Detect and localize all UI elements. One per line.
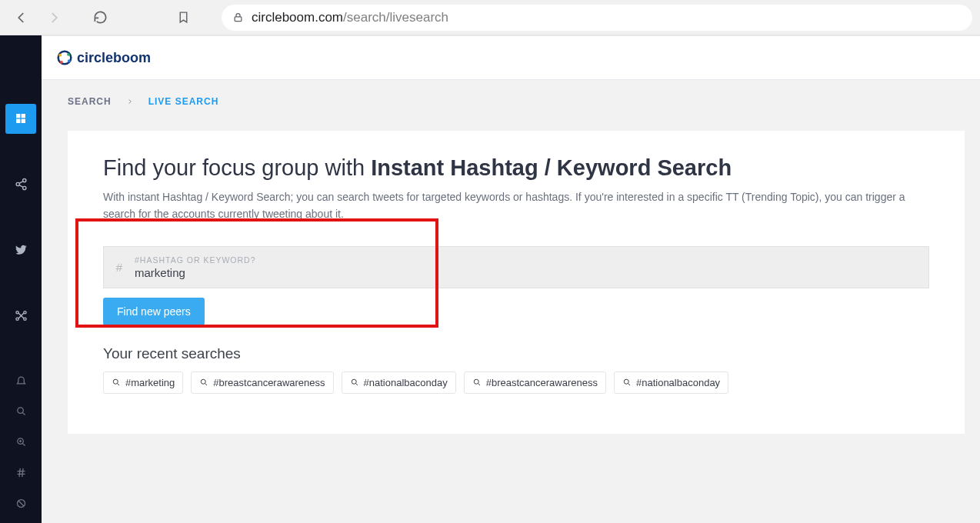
svg-rect-0 [235, 17, 242, 22]
breadcrumb-root[interactable]: Search [68, 96, 112, 107]
sidebar-item-search-plus[interactable] [7, 428, 35, 455]
search-icon [112, 378, 121, 387]
recent-search-tag[interactable]: #breastcancerawareness [464, 371, 606, 394]
svg-line-27 [18, 501, 24, 506]
svg-rect-2 [22, 114, 25, 118]
svg-point-32 [68, 59, 71, 62]
svg-point-30 [67, 53, 70, 56]
svg-point-7 [22, 186, 25, 189]
app-header: circleboom [42, 35, 980, 80]
recent-search-label: #marketing [125, 377, 175, 388]
forward-button[interactable] [40, 4, 68, 32]
hash-prefix-icon: # [104, 247, 135, 288]
svg-line-40 [478, 384, 480, 386]
find-peers-button[interactable]: Find new peers [103, 298, 205, 325]
svg-line-19 [22, 443, 25, 445]
bookmark-icon[interactable] [169, 4, 197, 32]
svg-point-33 [113, 380, 118, 385]
svg-line-8 [19, 182, 23, 184]
sidebar-item-twitter[interactable] [5, 235, 36, 265]
recent-search-tag[interactable]: #marketing [103, 371, 183, 394]
sidebar-item-hashtag[interactable] [7, 458, 35, 486]
page-title-bold: Instant Hashtag / Keyword Search [371, 155, 732, 180]
svg-point-5 [22, 179, 25, 182]
logo-mark-icon [57, 50, 72, 65]
svg-line-9 [19, 185, 23, 188]
recent-search-label: #nationalbaconday [636, 377, 720, 388]
recent-searches-heading: Your recent searches [103, 345, 929, 362]
recent-search-label: #breastcancerawareness [486, 377, 598, 388]
sidebar-nav [0, 35, 42, 523]
recent-search-tag[interactable]: #nationalbaconday [342, 371, 456, 394]
svg-line-24 [19, 468, 20, 476]
search-input[interactable] [135, 266, 921, 279]
search-icon [199, 378, 208, 387]
svg-rect-4 [22, 119, 25, 123]
chevron-right-icon [127, 98, 133, 105]
recent-search-label: #nationalbaconday [364, 377, 448, 388]
recent-searches-list: #marketing #breastcancerawareness #natio… [103, 371, 929, 394]
svg-rect-3 [16, 119, 20, 123]
sidebar-item-dashboard[interactable] [5, 104, 36, 134]
sidebar-item-search[interactable] [7, 397, 35, 425]
svg-line-42 [628, 384, 630, 386]
svg-line-34 [118, 384, 120, 386]
reload-button[interactable] [86, 4, 114, 32]
breadcrumb-current: Live Search [148, 96, 219, 107]
url-text: circleboom.com/search/livesearch [252, 10, 448, 25]
svg-line-36 [205, 384, 208, 386]
url-domain: circleboom.com [252, 10, 343, 25]
search-field-label: #Hashtag or Keyword? [135, 255, 921, 265]
page-title: Find your focus group with Instant Hasht… [103, 155, 929, 181]
breadcrumb: Search Live Search [42, 80, 980, 123]
svg-point-41 [624, 380, 628, 385]
search-icon [350, 378, 359, 387]
sidebar-item-share[interactable] [5, 169, 36, 199]
svg-line-17 [22, 412, 25, 415]
sidebar-item-connections[interactable] [5, 301, 36, 331]
svg-point-31 [60, 61, 63, 64]
browser-toolbar: circleboom.com/search/livesearch [0, 0, 980, 35]
search-icon [472, 378, 482, 387]
recent-search-tag[interactable]: #breastcancerawareness [191, 371, 333, 394]
svg-point-29 [58, 54, 62, 57]
back-button[interactable] [8, 4, 35, 32]
search-field[interactable]: # #Hashtag or Keyword? [103, 246, 929, 288]
url-path: /search/livesearch [343, 10, 448, 25]
logo-text: circleboom [77, 50, 151, 66]
recent-search-label: #breastcancerawareness [213, 377, 325, 388]
sidebar-item-notifications[interactable] [7, 366, 35, 394]
logo[interactable]: circleboom [57, 50, 151, 66]
svg-point-37 [352, 380, 356, 385]
svg-point-16 [17, 407, 23, 413]
page-title-light: Find your focus group with [103, 155, 371, 180]
main-card: Find your focus group with Instant Hasht… [68, 131, 965, 434]
svg-point-35 [202, 380, 206, 385]
svg-line-25 [22, 468, 22, 476]
address-bar[interactable]: circleboom.com/search/livesearch [222, 5, 972, 31]
svg-line-38 [355, 384, 358, 386]
svg-point-6 [16, 182, 19, 185]
sidebar-item-blocked[interactable] [7, 489, 35, 517]
page-description: With instant Hashtag / Keyword Search; y… [103, 188, 929, 223]
search-icon [622, 378, 632, 387]
lock-icon [232, 12, 244, 23]
recent-search-tag[interactable]: #nationalbaconday [614, 371, 728, 394]
svg-point-39 [474, 380, 478, 385]
svg-rect-1 [16, 114, 20, 118]
